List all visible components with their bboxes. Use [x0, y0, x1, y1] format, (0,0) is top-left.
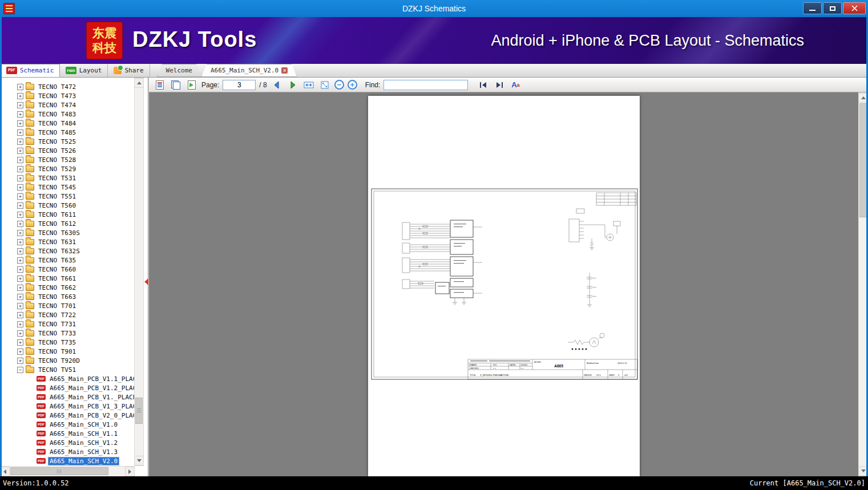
sidebar-vertical-scrollbar[interactable] — [134, 78, 144, 466]
expand-icon[interactable]: + — [17, 157, 23, 163]
tree-folder-row[interactable]: +TECNO T635 — [0, 256, 135, 265]
expand-icon[interactable]: + — [17, 312, 23, 318]
tree-folder-row[interactable]: +TECNO T560 — [0, 201, 135, 210]
doc-tab[interactable]: A665_Main_SCH_V2.0× — [201, 64, 297, 77]
expand-icon[interactable]: + — [17, 349, 23, 355]
expand-icon[interactable]: + — [17, 248, 23, 254]
expand-icon[interactable]: + — [17, 330, 23, 337]
maximize-button[interactable] — [823, 2, 842, 14]
tree-folder-row[interactable]: +TECNO T612 — [0, 219, 135, 228]
sidebar-collapse-arrow[interactable] — [144, 278, 148, 285]
tree-folder-row[interactable]: +TECNO T731 — [0, 319, 135, 329]
expand-icon[interactable]: + — [17, 203, 23, 209]
tree-folder-row[interactable]: +TECNO T701 — [0, 301, 135, 310]
tree-file-row[interactable]: PDFA665_Main_SCH_V1.1 — [0, 429, 135, 438]
expand-icon[interactable]: + — [17, 266, 23, 273]
expand-icon[interactable]: + — [17, 184, 23, 191]
expand-icon[interactable]: + — [17, 285, 23, 291]
expand-icon[interactable]: + — [17, 239, 23, 245]
tree-folder-row[interactable]: +TECNO T526 — [0, 146, 135, 155]
tab-share[interactable]: Share — [108, 64, 150, 77]
tab-layout[interactable]: PADSLayout — [60, 64, 108, 77]
tree-file-row[interactable]: PDFA665_Main_SCH_V1.0 — [0, 420, 135, 429]
fit-width-button[interactable] — [302, 79, 315, 91]
expand-icon[interactable]: + — [17, 193, 23, 200]
tree-file-row[interactable]: PDFA665_Main_PCB_V1.2_PLACEM — [0, 383, 135, 392]
tree-file-row[interactable]: PDFA665_Main_PCB_V1._PLACEME — [0, 392, 135, 402]
expand-icon[interactable]: + — [17, 102, 23, 108]
expand-icon[interactable]: + — [17, 257, 23, 264]
expand-icon[interactable]: + — [17, 321, 23, 327]
tree-folder-row[interactable]: +TECNO T484 — [0, 119, 135, 128]
tree-file-row[interactable]: PDFA665_Main_PCB_V1_3_PLACEM — [0, 402, 135, 411]
tree-folder-row[interactable]: +TECNO T733 — [0, 329, 135, 338]
expand-icon[interactable]: + — [17, 129, 23, 136]
close-tab-icon[interactable]: × — [281, 67, 288, 74]
tree-folder-row[interactable]: +TECNO T531 — [0, 173, 135, 183]
tree-folder-row[interactable]: +TECNO T920D — [0, 356, 135, 365]
tree-folder-row[interactable]: +TECNO T545 — [0, 183, 135, 192]
expand-icon[interactable]: + — [17, 166, 23, 172]
copy-tool-button[interactable] — [169, 79, 182, 91]
tree-folder-row[interactable]: +TECNO T663 — [0, 292, 135, 301]
tree-folder-row[interactable]: +TECNO T630S — [0, 228, 135, 237]
expand-icon[interactable]: + — [17, 221, 23, 227]
tree-folder-row[interactable]: +TECNO T722 — [0, 310, 135, 319]
expand-icon[interactable]: + — [17, 139, 23, 145]
tree-folder-row[interactable]: +TECNO T662 — [0, 283, 135, 292]
expand-icon[interactable]: + — [17, 175, 23, 181]
tree-folder-row[interactable]: +TECNO T631 — [0, 237, 135, 246]
expand-icon[interactable]: + — [17, 358, 23, 364]
tree-folder-row[interactable]: +TECNO T661 — [0, 274, 135, 283]
page-input[interactable] — [223, 80, 256, 90]
expand-icon[interactable]: + — [17, 276, 23, 282]
snapshot-tool-button[interactable] — [185, 79, 198, 91]
doc-tab[interactable]: Welcome — [157, 64, 201, 77]
tree-file-row[interactable]: PDFA665_Main_PCB_V2_0_PLACEM — [0, 411, 135, 420]
tree-folder-row[interactable]: +TECNO T483 — [0, 110, 135, 119]
find-input[interactable] — [383, 80, 468, 90]
find-next-button[interactable] — [493, 79, 506, 91]
scroll-down-arrow[interactable] — [134, 456, 144, 465]
tree-folder-row[interactable]: +TECNO T632S — [0, 246, 135, 256]
scrollbar-thumb[interactable] — [135, 398, 143, 424]
find-previous-button[interactable] — [477, 79, 490, 91]
scroll-right-arrow[interactable] — [125, 467, 135, 476]
match-case-button[interactable]: Aa — [509, 79, 522, 91]
scrollbar-thumb[interactable] — [10, 467, 108, 475]
tree-folder-row[interactable]: +TECNO T611 — [0, 210, 135, 219]
close-button[interactable] — [843, 2, 866, 14]
tree-folder-row[interactable]: +TECNO T525 — [0, 137, 135, 146]
tree-folder-row[interactable]: −TECNO TV51 — [0, 365, 135, 374]
tree-folder-row[interactable]: +TECNO T485 — [0, 128, 135, 137]
tree-file-row[interactable]: PDFA665_Main_PCB_V1.1_PLACEM — [0, 374, 135, 383]
tree-folder-row[interactable]: +TECNO T472 — [0, 82, 135, 91]
expand-icon[interactable]: + — [17, 120, 23, 127]
tree-folder-row[interactable]: +TECNO T529 — [0, 164, 135, 173]
tree-file-row[interactable]: PDFA665_Main_SCH_V1.3 — [0, 447, 135, 456]
tree-folder-row[interactable]: +TECNO T473 — [0, 91, 135, 100]
tree-file-row[interactable]: PDFA665_Main_SCH_V1.2 — [0, 438, 135, 447]
previous-page-button[interactable] — [271, 79, 283, 91]
expand-icon[interactable]: + — [17, 230, 23, 236]
expand-icon[interactable]: + — [17, 93, 23, 99]
minimize-button[interactable] — [803, 2, 822, 14]
zoom-out-button[interactable]: − — [334, 80, 344, 90]
next-page-button[interactable] — [286, 79, 299, 91]
expand-icon[interactable]: + — [17, 339, 23, 346]
scroll-up-arrow[interactable] — [134, 78, 144, 88]
collapse-icon[interactable]: − — [17, 367, 23, 373]
sidebar-horizontal-scrollbar[interactable] — [0, 466, 135, 476]
zoom-in-button[interactable]: + — [348, 80, 357, 90]
pdf-viewer[interactable]: DRAWN: XXJ DATED 2013020 CHECKED: < > < … — [149, 92, 868, 476]
tab-schematic[interactable]: PDFSchematic — [0, 64, 60, 77]
text-select-tool-button[interactable] — [154, 79, 166, 91]
pdf-page[interactable]: DRAWN: XXJ DATED 2013020 CHECKED: < > < … — [368, 96, 640, 476]
app-icon[interactable] — [3, 3, 15, 14]
tree-file-row[interactable]: PDFA665_Main_SCH_V2.0 — [0, 456, 135, 465]
expand-icon[interactable]: + — [17, 294, 23, 300]
fit-page-button[interactable] — [318, 79, 331, 91]
tree-folder-row[interactable]: +TECNO T660 — [0, 265, 135, 274]
tree-folder-row[interactable]: +TECNO T551 — [0, 192, 135, 201]
expand-icon[interactable]: + — [17, 148, 23, 154]
